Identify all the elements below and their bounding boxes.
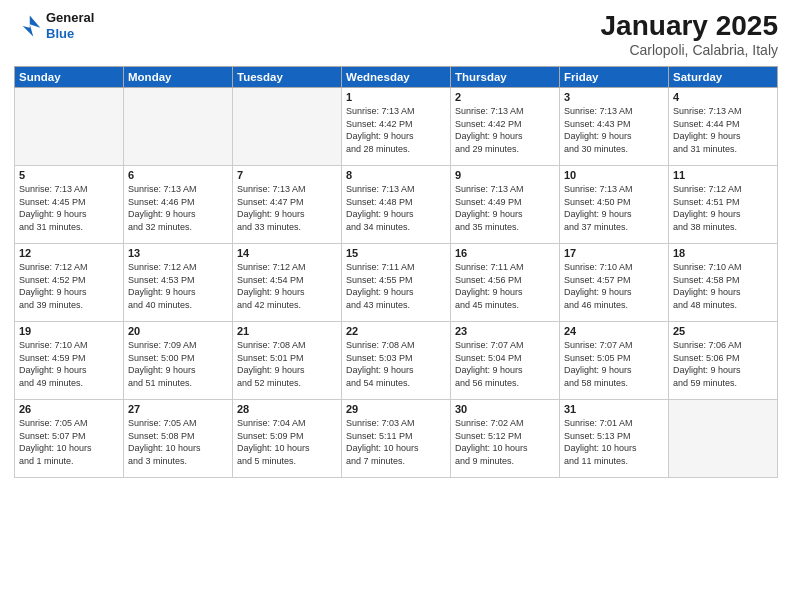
day-info: Sunrise: 7:10 AM Sunset: 4:57 PM Dayligh… [564,261,664,311]
day-info: Sunrise: 7:05 AM Sunset: 5:07 PM Dayligh… [19,417,119,467]
day-number: 14 [237,247,337,259]
day-info: Sunrise: 7:13 AM Sunset: 4:46 PM Dayligh… [128,183,228,233]
calendar-cell: 20Sunrise: 7:09 AM Sunset: 5:00 PM Dayli… [124,322,233,400]
calendar-cell: 16Sunrise: 7:11 AM Sunset: 4:56 PM Dayli… [451,244,560,322]
calendar-cell: 30Sunrise: 7:02 AM Sunset: 5:12 PM Dayli… [451,400,560,478]
day-number: 28 [237,403,337,415]
calendar-cell: 26Sunrise: 7:05 AM Sunset: 5:07 PM Dayli… [15,400,124,478]
calendar-cell: 5Sunrise: 7:13 AM Sunset: 4:45 PM Daylig… [15,166,124,244]
calendar-cell: 10Sunrise: 7:13 AM Sunset: 4:50 PM Dayli… [560,166,669,244]
day-number: 6 [128,169,228,181]
day-number: 4 [673,91,773,103]
weekday-header-thursday: Thursday [451,67,560,88]
day-number: 20 [128,325,228,337]
day-number: 23 [455,325,555,337]
calendar-cell: 6Sunrise: 7:13 AM Sunset: 4:46 PM Daylig… [124,166,233,244]
day-info: Sunrise: 7:13 AM Sunset: 4:47 PM Dayligh… [237,183,337,233]
calendar-cell [233,88,342,166]
weekday-header-row: SundayMondayTuesdayWednesdayThursdayFrid… [15,67,778,88]
day-info: Sunrise: 7:12 AM Sunset: 4:52 PM Dayligh… [19,261,119,311]
day-info: Sunrise: 7:05 AM Sunset: 5:08 PM Dayligh… [128,417,228,467]
calendar-cell [124,88,233,166]
calendar-cell [15,88,124,166]
day-info: Sunrise: 7:11 AM Sunset: 4:55 PM Dayligh… [346,261,446,311]
calendar-cell: 28Sunrise: 7:04 AM Sunset: 5:09 PM Dayli… [233,400,342,478]
day-number: 11 [673,169,773,181]
day-number: 15 [346,247,446,259]
day-info: Sunrise: 7:08 AM Sunset: 5:01 PM Dayligh… [237,339,337,389]
weekday-header-friday: Friday [560,67,669,88]
day-number: 2 [455,91,555,103]
svg-marker-0 [23,15,41,36]
day-info: Sunrise: 7:13 AM Sunset: 4:44 PM Dayligh… [673,105,773,155]
calendar-cell: 7Sunrise: 7:13 AM Sunset: 4:47 PM Daylig… [233,166,342,244]
day-info: Sunrise: 7:12 AM Sunset: 4:54 PM Dayligh… [237,261,337,311]
day-info: Sunrise: 7:10 AM Sunset: 4:58 PM Dayligh… [673,261,773,311]
week-row-3: 19Sunrise: 7:10 AM Sunset: 4:59 PM Dayli… [15,322,778,400]
weekday-header-sunday: Sunday [15,67,124,88]
logo-line1: General [46,10,94,26]
day-number: 10 [564,169,664,181]
weekday-header-wednesday: Wednesday [342,67,451,88]
day-info: Sunrise: 7:13 AM Sunset: 4:48 PM Dayligh… [346,183,446,233]
calendar-cell: 4Sunrise: 7:13 AM Sunset: 4:44 PM Daylig… [669,88,778,166]
day-number: 5 [19,169,119,181]
calendar-cell: 23Sunrise: 7:07 AM Sunset: 5:04 PM Dayli… [451,322,560,400]
day-info: Sunrise: 7:03 AM Sunset: 5:11 PM Dayligh… [346,417,446,467]
day-number: 21 [237,325,337,337]
day-info: Sunrise: 7:01 AM Sunset: 5:13 PM Dayligh… [564,417,664,467]
week-row-2: 12Sunrise: 7:12 AM Sunset: 4:52 PM Dayli… [15,244,778,322]
calendar-cell [669,400,778,478]
calendar-cell: 25Sunrise: 7:06 AM Sunset: 5:06 PM Dayli… [669,322,778,400]
calendar-cell: 8Sunrise: 7:13 AM Sunset: 4:48 PM Daylig… [342,166,451,244]
calendar-cell: 1Sunrise: 7:13 AM Sunset: 4:42 PM Daylig… [342,88,451,166]
calendar-cell: 3Sunrise: 7:13 AM Sunset: 4:43 PM Daylig… [560,88,669,166]
day-number: 22 [346,325,446,337]
day-number: 18 [673,247,773,259]
calendar-cell: 24Sunrise: 7:07 AM Sunset: 5:05 PM Dayli… [560,322,669,400]
week-row-1: 5Sunrise: 7:13 AM Sunset: 4:45 PM Daylig… [15,166,778,244]
logo-icon [14,12,42,40]
day-info: Sunrise: 7:13 AM Sunset: 4:45 PM Dayligh… [19,183,119,233]
day-info: Sunrise: 7:13 AM Sunset: 4:50 PM Dayligh… [564,183,664,233]
week-row-4: 26Sunrise: 7:05 AM Sunset: 5:07 PM Dayli… [15,400,778,478]
calendar-cell: 13Sunrise: 7:12 AM Sunset: 4:53 PM Dayli… [124,244,233,322]
day-info: Sunrise: 7:13 AM Sunset: 4:43 PM Dayligh… [564,105,664,155]
day-info: Sunrise: 7:08 AM Sunset: 5:03 PM Dayligh… [346,339,446,389]
day-info: Sunrise: 7:07 AM Sunset: 5:04 PM Dayligh… [455,339,555,389]
calendar-cell: 11Sunrise: 7:12 AM Sunset: 4:51 PM Dayli… [669,166,778,244]
weekday-header-monday: Monday [124,67,233,88]
calendar-cell: 22Sunrise: 7:08 AM Sunset: 5:03 PM Dayli… [342,322,451,400]
day-info: Sunrise: 7:12 AM Sunset: 4:51 PM Dayligh… [673,183,773,233]
day-info: Sunrise: 7:04 AM Sunset: 5:09 PM Dayligh… [237,417,337,467]
calendar-table: SundayMondayTuesdayWednesdayThursdayFrid… [14,66,778,478]
day-info: Sunrise: 7:02 AM Sunset: 5:12 PM Dayligh… [455,417,555,467]
calendar-cell: 31Sunrise: 7:01 AM Sunset: 5:13 PM Dayli… [560,400,669,478]
day-info: Sunrise: 7:09 AM Sunset: 5:00 PM Dayligh… [128,339,228,389]
day-number: 9 [455,169,555,181]
day-info: Sunrise: 7:11 AM Sunset: 4:56 PM Dayligh… [455,261,555,311]
weekday-header-tuesday: Tuesday [233,67,342,88]
day-info: Sunrise: 7:07 AM Sunset: 5:05 PM Dayligh… [564,339,664,389]
header: General Blue January 2025 Carlopoli, Cal… [14,10,778,58]
day-info: Sunrise: 7:10 AM Sunset: 4:59 PM Dayligh… [19,339,119,389]
day-number: 26 [19,403,119,415]
day-number: 16 [455,247,555,259]
calendar-cell: 27Sunrise: 7:05 AM Sunset: 5:08 PM Dayli… [124,400,233,478]
day-number: 31 [564,403,664,415]
day-number: 19 [19,325,119,337]
calendar-cell: 21Sunrise: 7:08 AM Sunset: 5:01 PM Dayli… [233,322,342,400]
calendar-cell: 18Sunrise: 7:10 AM Sunset: 4:58 PM Dayli… [669,244,778,322]
day-number: 13 [128,247,228,259]
day-number: 25 [673,325,773,337]
calendar-cell: 2Sunrise: 7:13 AM Sunset: 4:42 PM Daylig… [451,88,560,166]
weekday-header-saturday: Saturday [669,67,778,88]
calendar-cell: 15Sunrise: 7:11 AM Sunset: 4:55 PM Dayli… [342,244,451,322]
day-info: Sunrise: 7:12 AM Sunset: 4:53 PM Dayligh… [128,261,228,311]
calendar-cell: 14Sunrise: 7:12 AM Sunset: 4:54 PM Dayli… [233,244,342,322]
title-block: January 2025 Carlopoli, Calabria, Italy [601,10,778,58]
day-number: 8 [346,169,446,181]
calendar-cell: 17Sunrise: 7:10 AM Sunset: 4:57 PM Dayli… [560,244,669,322]
day-info: Sunrise: 7:06 AM Sunset: 5:06 PM Dayligh… [673,339,773,389]
day-number: 3 [564,91,664,103]
